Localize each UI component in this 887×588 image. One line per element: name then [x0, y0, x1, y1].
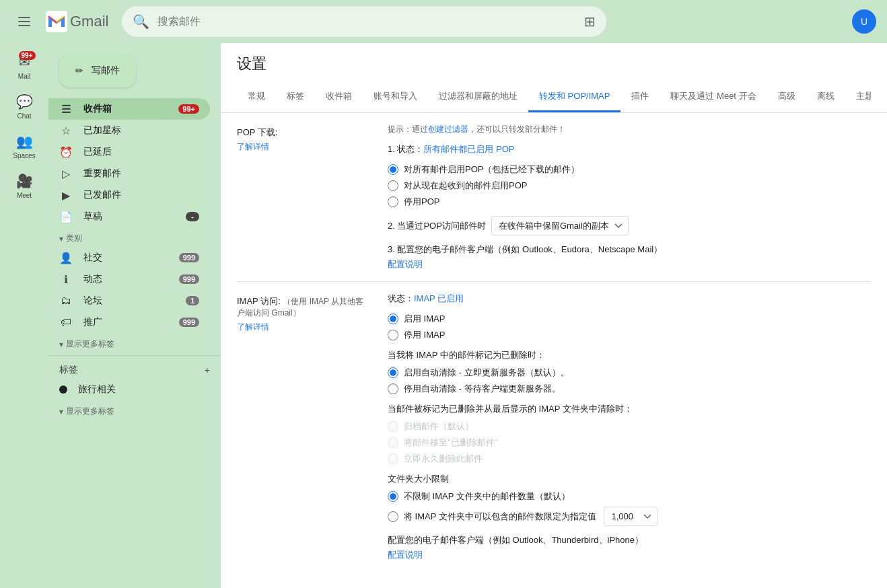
- tags-header-row: 标签 +: [48, 361, 221, 379]
- imap-folder-limited[interactable]: 将 IMAP 文件夹中可以包含的邮件数限定为指定值 1,0002,0005,00…: [388, 507, 871, 526]
- sidebar-item-sent[interactable]: ▶ 已发邮件: [48, 184, 210, 206]
- imap-disable-radio[interactable]: 停用 IMAP: [388, 329, 871, 341]
- imap-autoclean-disable-input[interactable]: [388, 383, 398, 394]
- pop-action-select[interactable]: 在收件箱中保留Gmail的副本归档Gmail的副本删除Gmail的副本将Gmai…: [491, 216, 629, 235]
- inbox-icon: ☰: [59, 103, 73, 116]
- pop-status: 1. 状态：所有邮件都已启用 POP: [388, 143, 871, 155]
- sent-label: 已发邮件: [83, 189, 199, 201]
- pop-hint: 提示：通过创建过滤器，还可以只转发部分邮件！: [388, 124, 871, 135]
- show-more-tags-label: 显示更多标签: [66, 406, 114, 417]
- add-tag-icon[interactable]: +: [205, 365, 210, 375]
- imap-folder-unlimited-input[interactable]: [388, 491, 398, 502]
- imap-expunge-delete-input[interactable]: [388, 453, 398, 464]
- snoozed-icon: ⏰: [59, 146, 73, 159]
- compose-button[interactable]: ✏ 写邮件: [59, 54, 136, 87]
- imap-config-desc: 配置您的电子邮件客户端（例如 Outlook、Thunderbird、iPhon…: [388, 534, 871, 546]
- imap-expunge-archive[interactable]: 归档邮件（默认）: [388, 420, 871, 433]
- left-icon-mail[interactable]: ✉ 99+ Mail: [3, 48, 46, 85]
- imap-body: 状态：IMAP 已启用 启用 IMAP 停用 IMAP 当我将 I: [388, 293, 871, 561]
- sidebar-item-promo[interactable]: 🏷 推广 999: [48, 311, 210, 333]
- pop-radio-2[interactable]: 对从现在起收到的邮件启用POP: [388, 180, 871, 192]
- search-input[interactable]: [157, 15, 576, 28]
- imap-folder-limit-select[interactable]: 1,0002,0005,00010,000: [604, 507, 658, 526]
- search-bar[interactable]: 🔍 ⊞: [122, 6, 606, 37]
- drafts-badge: -: [186, 212, 199, 221]
- imap-folder-section: 文件夹大小限制 不限制 IMAP 文件夹中的邮件数量（默认） 将 IMAP 文件…: [388, 473, 871, 526]
- pop-status-value: 所有邮件都已启用 POP: [423, 144, 514, 154]
- pop-radio-1-label: 对所有邮件启用POP（包括已经下载的邮件）: [404, 163, 579, 176]
- tab-filters[interactable]: 过滤器和屏蔽的地址: [428, 82, 528, 112]
- filter-icon[interactable]: ⊞: [584, 13, 596, 30]
- tab-accounts[interactable]: 账号和导入: [363, 82, 428, 112]
- imap-autoclean-enable-input[interactable]: [388, 367, 398, 378]
- create-filter-link[interactable]: 创建过滤器: [428, 124, 468, 134]
- sidebar-item-social[interactable]: 👤 社交 999: [48, 247, 210, 268]
- imap-autoclean-enable[interactable]: 启用自动清除 - 立即更新服务器（默认）。: [388, 367, 871, 379]
- imap-expunge-archive-input[interactable]: [388, 421, 398, 432]
- tag-color-dot: [59, 385, 67, 394]
- sidebar-item-snoozed[interactable]: ⏰ 已延后: [48, 141, 210, 163]
- imap-disable-radio-input[interactable]: [388, 330, 398, 340]
- meet-label: Meet: [17, 192, 32, 199]
- pop-radio-3[interactable]: 停用POP: [388, 196, 871, 208]
- show-more-tags[interactable]: ▾ 显示更多标签: [48, 400, 221, 420]
- pop-radio-1[interactable]: 对所有邮件启用POP（包括已经下载的邮件）: [388, 163, 871, 176]
- left-icon-chat[interactable]: 💬 Chat: [3, 88, 46, 125]
- social-badge: 999: [179, 253, 199, 262]
- tab-offline[interactable]: 离线: [806, 82, 845, 112]
- sidebar-item-drafts[interactable]: 📄 草稿 -: [48, 206, 210, 227]
- imap-folder-unlimited[interactable]: 不限制 IMAP 文件夹中的邮件数量（默认）: [388, 490, 871, 503]
- drafts-icon: 📄: [59, 211, 73, 223]
- pop-learn-more[interactable]: 了解详情: [237, 141, 371, 153]
- imap-expunge-trash-input[interactable]: [388, 437, 398, 448]
- sidebar-item-updates[interactable]: ℹ 动态 999: [48, 268, 210, 290]
- imap-expunge-delete-label: 立即永久删除此邮件: [404, 453, 483, 465]
- menu-button[interactable]: [11, 8, 38, 35]
- tab-advanced[interactable]: 高级: [767, 82, 806, 112]
- imap-learn-more[interactable]: 了解详情: [237, 322, 371, 333]
- imap-enable-radio-input[interactable]: [388, 314, 398, 324]
- tab-general[interactable]: 常规: [237, 82, 276, 112]
- imap-autoclean-disable[interactable]: 停用自动清除 - 等待客户端更新服务器。: [388, 383, 871, 395]
- chat-icon: 💬: [16, 94, 33, 110]
- left-icon-rail: ✉ 99+ Mail 💬 Chat 👥 Spaces 🎥 Meet: [0, 43, 48, 588]
- tab-meet[interactable]: 聊天及通过 Meet 开会: [660, 82, 767, 112]
- gmail-logo: Gmail: [46, 11, 108, 32]
- sidebar-item-forums[interactable]: 🗂 论坛 1: [48, 290, 210, 311]
- svg-rect-0: [18, 17, 30, 18]
- inbox-label: 收件箱: [83, 103, 168, 115]
- left-icon-meet[interactable]: 🎥 Meet: [3, 168, 46, 205]
- show-more-categories[interactable]: ▾ 显示更多标签: [48, 333, 221, 353]
- pop-label: POP 下载: 了解详情: [237, 124, 371, 270]
- pop-radio-3-input[interactable]: [388, 196, 398, 207]
- tab-inbox[interactable]: 收件箱: [315, 82, 363, 112]
- imap-expunge-trash[interactable]: 将邮件移至"已删除邮件": [388, 437, 871, 449]
- avatar[interactable]: U: [852, 9, 876, 34]
- search-icon: 🔍: [133, 13, 149, 30]
- snoozed-label: 已延后: [83, 146, 199, 158]
- imap-config-section: 配置您的电子邮件客户端（例如 Outlook、Thunderbird、iPhon…: [388, 534, 871, 561]
- sidebar-item-important[interactable]: ▷ 重要邮件: [48, 163, 210, 184]
- imap-section: IMAP 访问: （使用 IMAP 从其他客户端访问 Gmail） 了解详情 状…: [237, 282, 871, 572]
- left-icon-spaces[interactable]: 👥 Spaces: [3, 128, 46, 165]
- sidebar-item-starred[interactable]: ☆ 已加星标: [48, 120, 210, 141]
- imap-config-link[interactable]: 配置说明: [388, 550, 423, 560]
- imap-folder-limited-input[interactable]: [388, 511, 398, 522]
- sidebar-item-inbox[interactable]: ☰ 收件箱 99+: [48, 98, 210, 120]
- tab-theme[interactable]: 主题背景: [845, 82, 871, 112]
- tab-labels[interactable]: 标签: [276, 82, 315, 112]
- pop-radio-2-input[interactable]: [388, 180, 398, 191]
- tags-section: 标签 + 旅行相关 ▾ 显示更多标签: [48, 355, 221, 425]
- tag-item-travel[interactable]: 旅行相关: [48, 379, 210, 400]
- tab-forwarding[interactable]: 转发和 POP/IMAP: [528, 82, 620, 112]
- categories-header[interactable]: ▾ 类别: [48, 227, 221, 247]
- pop-config-link[interactable]: 配置说明: [388, 259, 423, 269]
- imap-enable-radio[interactable]: 启用 IMAP: [388, 313, 871, 325]
- tab-addons[interactable]: 插件: [620, 82, 660, 112]
- pop-radio-1-input[interactable]: [388, 164, 398, 175]
- spaces-icon: 👥: [16, 133, 33, 149]
- tags-header-label: 标签: [59, 364, 78, 376]
- imap-folder-group: 不限制 IMAP 文件夹中的邮件数量（默认） 将 IMAP 文件夹中可以包含的邮…: [388, 490, 871, 526]
- imap-expunge-delete[interactable]: 立即永久删除此邮件: [388, 453, 871, 465]
- pop-radio-2-label: 对从现在起收到的邮件启用POP: [404, 180, 527, 192]
